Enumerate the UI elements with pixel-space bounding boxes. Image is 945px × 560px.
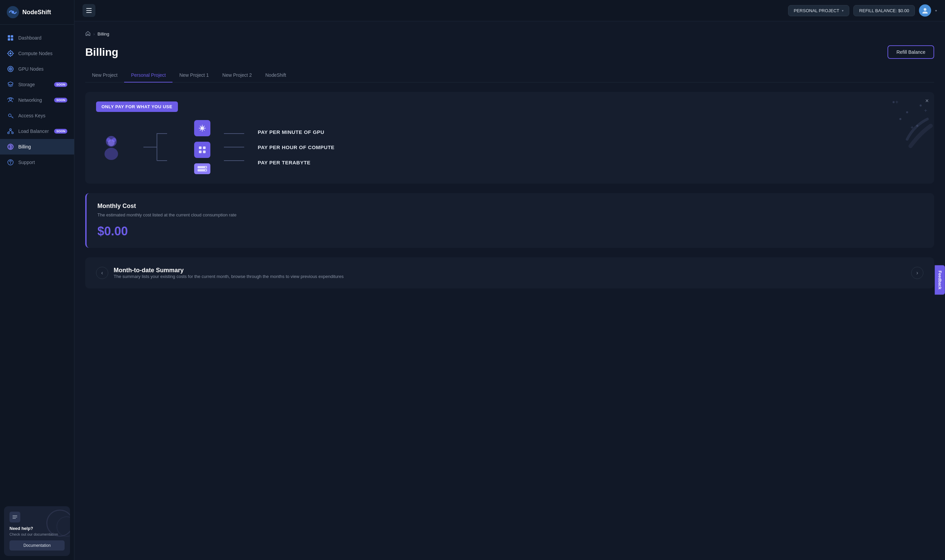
sidebar-item-storage[interactable]: Storage SOON <box>0 77 74 92</box>
billing-icon <box>7 143 14 151</box>
monthly-cost-title: Monthly Cost <box>97 203 923 210</box>
pay-item-storage: PAY PER TERABYTE <box>258 160 334 165</box>
sidebar-item-load-balancer[interactable]: Load Balancer SOON <box>0 123 74 139</box>
help-icon <box>9 512 20 523</box>
documentation-button[interactable]: Documentation <box>9 540 65 551</box>
svg-rect-25 <box>12 518 16 519</box>
svg-rect-23 <box>12 515 17 516</box>
project-chevron-icon: ▾ <box>842 9 843 12</box>
svg-rect-24 <box>12 517 17 517</box>
svg-text:+: + <box>924 108 927 113</box>
svg-point-26 <box>924 8 927 11</box>
project-selector-label: PERSONAL PROJECT <box>794 8 839 13</box>
month-summary-text: Month-to-date Summary The summary lists … <box>114 267 906 279</box>
promo-illustration-area: AI <box>96 120 923 174</box>
storage-icon <box>7 81 14 88</box>
month-summary-title: Month-to-date Summary <box>114 267 906 274</box>
tab-new-project-2[interactable]: New Project 2 <box>215 68 259 83</box>
refill-balance-button[interactable]: Refill Balance <box>888 45 934 59</box>
sidebar-label-support: Support <box>18 160 35 165</box>
feedback-tab[interactable]: Feedback <box>934 265 945 295</box>
person-figure <box>96 132 126 162</box>
tab-new-project-1[interactable]: New Project 1 <box>172 68 215 83</box>
sidebar-logo: NodeShift <box>0 0 74 25</box>
networking-soon-badge: SOON <box>54 98 67 103</box>
svg-rect-5 <box>11 38 13 41</box>
sidebar: NodeShift Dashboard <box>0 0 74 560</box>
topbar-refill-button[interactable]: REFILL BALANCE: $0.00 <box>853 5 915 16</box>
sidebar-label-load-balancer: Load Balancer <box>18 129 49 134</box>
breadcrumb-home-icon[interactable] <box>85 31 91 37</box>
svg-point-15 <box>9 98 11 100</box>
svg-point-7 <box>9 52 11 54</box>
pay-item-compute: PAY PER HOUR OF COMPUTE <box>258 145 334 150</box>
sidebar-item-billing[interactable]: Billing <box>0 139 74 155</box>
nodeshift-logo-icon <box>7 6 19 18</box>
svg-point-54 <box>906 111 908 113</box>
user-avatar[interactable] <box>919 5 931 17</box>
month-summary-card: ‹ Month-to-date Summary The summary list… <box>85 257 934 288</box>
support-icon <box>7 158 14 166</box>
prev-month-button[interactable]: ‹ <box>96 267 108 279</box>
billing-tabs: New Project Personal Project New Project… <box>85 68 934 83</box>
sidebar-nav: Dashboard Compute Nodes <box>0 25 74 502</box>
breadcrumb: › Billing <box>85 31 934 37</box>
sidebar-label-networking: Networking <box>18 97 42 103</box>
sidebar-label-billing: Billing <box>18 144 31 149</box>
project-selector-button[interactable]: PERSONAL PROJECT ▾ <box>788 5 850 16</box>
content-area: › Billing Billing Refill Balance New Pro… <box>74 21 945 560</box>
sidebar-item-compute-nodes[interactable]: Compute Nodes <box>0 46 74 61</box>
sidebar-label-compute: Compute Nodes <box>18 51 52 56</box>
promo-close-button[interactable]: × <box>925 97 929 105</box>
svg-point-55 <box>920 105 922 106</box>
sidebar-item-access-keys[interactable]: Access Keys <box>0 108 74 123</box>
sidebar-item-support[interactable]: Support <box>0 155 74 170</box>
svg-point-31 <box>105 148 118 160</box>
promo-card: ONLY PAY FOR WHAT YOU USE <box>85 92 934 184</box>
breadcrumb-current-page: Billing <box>97 31 109 37</box>
next-month-button[interactable]: › <box>911 267 923 279</box>
svg-point-53 <box>893 101 894 103</box>
sidebar-item-networking[interactable]: Networking SOON <box>0 92 74 108</box>
pay-item-gpu: PAY PER MINUTE OF GPU <box>258 129 334 135</box>
hamburger-button[interactable] <box>83 4 95 17</box>
hamburger-line1 <box>86 8 92 9</box>
svg-rect-42 <box>199 146 202 149</box>
tab-personal-project[interactable]: Personal Project <box>124 68 172 83</box>
page-header: Billing Refill Balance <box>85 45 934 59</box>
svg-point-14 <box>10 68 11 70</box>
sidebar-label-gpu: GPU Nodes <box>18 66 44 72</box>
load-balancer-soon-badge: SOON <box>54 129 67 134</box>
promo-badge: ONLY PAY FOR WHAT YOU USE <box>96 102 178 112</box>
dashboard-icon <box>7 34 14 42</box>
storage-soon-badge: SOON <box>54 82 67 87</box>
svg-rect-45 <box>203 151 206 153</box>
user-chevron-icon: ▾ <box>935 9 937 12</box>
topbar: PERSONAL PROJECT ▾ REFILL BALANCE: $0.00… <box>74 0 945 21</box>
breadcrumb-separator: › <box>93 31 95 37</box>
tab-new-project[interactable]: New Project <box>85 68 124 83</box>
main-area: PERSONAL PROJECT ▾ REFILL BALANCE: $0.00… <box>74 0 945 560</box>
sidebar-help-panel: Need help? Check out our documentation D… <box>4 506 70 556</box>
balancer-icon <box>7 128 14 135</box>
pay-items: PAY PER MINUTE OF GPU PAY PER HOUR OF CO… <box>258 129 334 165</box>
sidebar-item-gpu-nodes[interactable]: GPU Nodes <box>0 61 74 77</box>
svg-text:+: + <box>895 99 898 105</box>
monthly-cost-card: Monthly Cost The estimated monthly cost … <box>85 193 934 248</box>
svg-point-1 <box>11 11 14 14</box>
app-service-box <box>194 142 210 158</box>
svg-rect-44 <box>199 151 202 153</box>
svg-point-18 <box>8 132 9 134</box>
sidebar-label-access-keys: Access Keys <box>18 113 45 118</box>
sidebar-item-dashboard[interactable]: Dashboard <box>0 30 74 46</box>
tab-nodeshift[interactable]: NodeShift <box>259 68 293 83</box>
svg-rect-43 <box>203 146 206 149</box>
svg-point-17 <box>10 129 11 131</box>
hamburger-line3 <box>86 12 92 13</box>
hamburger-line2 <box>86 10 92 11</box>
svg-rect-3 <box>11 35 13 37</box>
gpu-icon <box>7 65 14 73</box>
svg-point-19 <box>12 132 14 134</box>
compute-icon <box>7 50 14 57</box>
key-icon <box>7 112 14 119</box>
